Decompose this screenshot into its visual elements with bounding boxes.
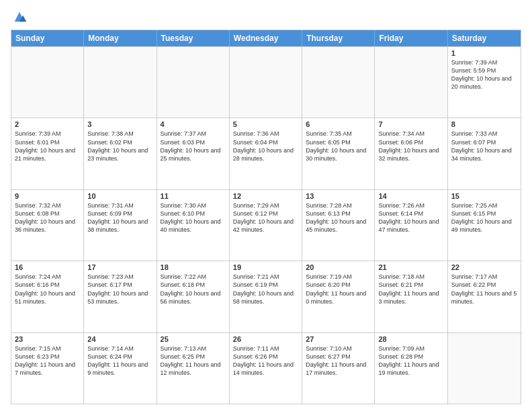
calendar-cell: 15Sunrise: 7:25 AM Sunset: 6:15 PM Dayli…	[448, 190, 521, 261]
weekday-header: Saturday	[448, 30, 521, 46]
calendar-cell	[375, 47, 447, 118]
calendar-row: 2Sunrise: 7:39 AM Sunset: 6:01 PM Daylig…	[11, 118, 521, 189]
day-number: 20	[306, 263, 371, 271]
calendar: SundayMondayTuesdayWednesdayThursdayFrid…	[11, 30, 521, 404]
day-info: Sunrise: 7:37 AM Sunset: 6:03 PM Dayligh…	[161, 130, 226, 163]
day-info: Sunrise: 7:36 AM Sunset: 6:04 PM Dayligh…	[233, 130, 298, 163]
day-info: Sunrise: 7:19 AM Sunset: 6:20 PM Dayligh…	[306, 273, 371, 306]
day-info: Sunrise: 7:26 AM Sunset: 6:14 PM Dayligh…	[378, 201, 443, 234]
day-number: 13	[306, 192, 371, 200]
day-info: Sunrise: 7:38 AM Sunset: 6:02 PM Dayligh…	[87, 130, 152, 163]
day-info: Sunrise: 7:35 AM Sunset: 6:05 PM Dayligh…	[306, 130, 371, 163]
calendar-cell: 10Sunrise: 7:31 AM Sunset: 6:09 PM Dayli…	[84, 190, 157, 261]
day-info: Sunrise: 7:10 AM Sunset: 6:27 PM Dayligh…	[306, 345, 371, 377]
day-info: Sunrise: 7:31 AM Sunset: 6:09 PM Dayligh…	[87, 201, 152, 234]
day-info: Sunrise: 7:24 AM Sunset: 6:16 PM Dayligh…	[15, 273, 80, 306]
day-info: Sunrise: 7:21 AM Sunset: 6:19 PM Dayligh…	[233, 273, 298, 306]
day-number: 18	[161, 263, 226, 271]
day-number: 27	[306, 335, 371, 343]
calendar-cell	[302, 47, 375, 118]
calendar-cell: 11Sunrise: 7:30 AM Sunset: 6:10 PM Dayli…	[157, 190, 230, 261]
day-number: 19	[233, 263, 298, 271]
day-number: 2	[15, 120, 80, 128]
logo	[11, 11, 27, 24]
day-info: Sunrise: 7:32 AM Sunset: 6:08 PM Dayligh…	[15, 201, 80, 234]
calendar-cell: 7Sunrise: 7:34 AM Sunset: 6:06 PM Daylig…	[375, 118, 447, 189]
calendar-cell: 8Sunrise: 7:33 AM Sunset: 6:07 PM Daylig…	[448, 118, 521, 189]
weekday-header: Wednesday	[230, 30, 302, 46]
day-number: 17	[87, 263, 152, 271]
calendar-cell: 26Sunrise: 7:11 AM Sunset: 6:26 PM Dayli…	[230, 333, 302, 404]
calendar-cell: 9Sunrise: 7:32 AM Sunset: 6:08 PM Daylig…	[11, 190, 84, 261]
calendar-cell: 4Sunrise: 7:37 AM Sunset: 6:03 PM Daylig…	[157, 118, 230, 189]
calendar-cell: 16Sunrise: 7:24 AM Sunset: 6:16 PM Dayli…	[11, 261, 84, 332]
day-number: 7	[378, 120, 443, 128]
day-number: 22	[451, 263, 517, 271]
day-info: Sunrise: 7:25 AM Sunset: 6:15 PM Dayligh…	[451, 201, 517, 234]
logo-icon	[12, 9, 27, 24]
day-info: Sunrise: 7:23 AM Sunset: 6:17 PM Dayligh…	[87, 273, 152, 306]
day-number: 26	[233, 335, 298, 343]
calendar-cell: 23Sunrise: 7:15 AM Sunset: 6:23 PM Dayli…	[11, 333, 84, 404]
calendar-cell: 21Sunrise: 7:18 AM Sunset: 6:21 PM Dayli…	[375, 261, 447, 332]
day-info: Sunrise: 7:39 AM Sunset: 5:59 PM Dayligh…	[451, 58, 517, 91]
day-number: 12	[233, 192, 298, 200]
calendar-cell: 6Sunrise: 7:35 AM Sunset: 6:05 PM Daylig…	[302, 118, 375, 189]
calendar-cell: 13Sunrise: 7:28 AM Sunset: 6:13 PM Dayli…	[302, 190, 375, 261]
day-info: Sunrise: 7:13 AM Sunset: 6:25 PM Dayligh…	[161, 345, 226, 377]
calendar-cell: 12Sunrise: 7:29 AM Sunset: 6:12 PM Dayli…	[230, 190, 302, 261]
day-number: 6	[306, 120, 371, 128]
day-info: Sunrise: 7:28 AM Sunset: 6:13 PM Dayligh…	[306, 201, 371, 234]
day-number: 5	[233, 120, 298, 128]
day-number: 1	[451, 49, 517, 57]
calendar-cell: 5Sunrise: 7:36 AM Sunset: 6:04 PM Daylig…	[230, 118, 302, 189]
weekday-header: Thursday	[302, 30, 375, 46]
day-info: Sunrise: 7:17 AM Sunset: 6:22 PM Dayligh…	[451, 273, 517, 306]
calendar-body: 1Sunrise: 7:39 AM Sunset: 5:59 PM Daylig…	[11, 46, 521, 404]
day-number: 3	[87, 120, 152, 128]
day-number: 11	[161, 192, 226, 200]
calendar-cell: 18Sunrise: 7:22 AM Sunset: 6:18 PM Dayli…	[157, 261, 230, 332]
day-info: Sunrise: 7:18 AM Sunset: 6:21 PM Dayligh…	[378, 273, 443, 306]
day-info: Sunrise: 7:30 AM Sunset: 6:10 PM Dayligh…	[161, 201, 226, 234]
day-number: 4	[161, 120, 226, 128]
calendar-cell: 20Sunrise: 7:19 AM Sunset: 6:20 PM Dayli…	[302, 261, 375, 332]
calendar-row: 23Sunrise: 7:15 AM Sunset: 6:23 PM Dayli…	[11, 332, 521, 404]
day-number: 25	[161, 335, 226, 343]
weekday-header: Tuesday	[157, 30, 230, 46]
calendar-cell: 1Sunrise: 7:39 AM Sunset: 5:59 PM Daylig…	[448, 47, 521, 118]
day-number: 23	[15, 335, 80, 343]
calendar-header: SundayMondayTuesdayWednesdayThursdayFrid…	[11, 30, 521, 46]
calendar-cell: 28Sunrise: 7:09 AM Sunset: 6:28 PM Dayli…	[375, 333, 447, 404]
calendar-row: 9Sunrise: 7:32 AM Sunset: 6:08 PM Daylig…	[11, 189, 521, 261]
calendar-cell: 19Sunrise: 7:21 AM Sunset: 6:19 PM Dayli…	[230, 261, 302, 332]
calendar-cell: 25Sunrise: 7:13 AM Sunset: 6:25 PM Dayli…	[157, 333, 230, 404]
day-number: 9	[15, 192, 80, 200]
day-number: 8	[451, 120, 517, 128]
day-info: Sunrise: 7:29 AM Sunset: 6:12 PM Dayligh…	[233, 201, 298, 234]
weekday-header: Friday	[375, 30, 447, 46]
calendar-cell: 14Sunrise: 7:26 AM Sunset: 6:14 PM Dayli…	[375, 190, 447, 261]
day-number: 15	[451, 192, 517, 200]
day-number: 21	[378, 263, 443, 271]
day-number: 16	[15, 263, 80, 271]
day-info: Sunrise: 7:39 AM Sunset: 6:01 PM Dayligh…	[15, 130, 80, 163]
day-info: Sunrise: 7:14 AM Sunset: 6:24 PM Dayligh…	[87, 345, 152, 377]
day-number: 28	[378, 335, 443, 343]
day-info: Sunrise: 7:09 AM Sunset: 6:28 PM Dayligh…	[378, 345, 443, 377]
calendar-cell	[157, 47, 230, 118]
calendar-cell: 17Sunrise: 7:23 AM Sunset: 6:17 PM Dayli…	[84, 261, 157, 332]
day-info: Sunrise: 7:33 AM Sunset: 6:07 PM Dayligh…	[451, 130, 517, 163]
page: SundayMondayTuesdayWednesdayThursdayFrid…	[0, 0, 532, 411]
calendar-cell: 22Sunrise: 7:17 AM Sunset: 6:22 PM Dayli…	[448, 261, 521, 332]
day-number: 24	[87, 335, 152, 343]
day-number: 10	[87, 192, 152, 200]
day-info: Sunrise: 7:34 AM Sunset: 6:06 PM Dayligh…	[378, 130, 443, 163]
day-info: Sunrise: 7:11 AM Sunset: 6:26 PM Dayligh…	[233, 345, 298, 377]
day-info: Sunrise: 7:15 AM Sunset: 6:23 PM Dayligh…	[15, 345, 80, 377]
calendar-cell	[84, 47, 157, 118]
weekday-header: Sunday	[11, 30, 84, 46]
calendar-cell	[448, 333, 521, 404]
day-number: 14	[378, 192, 443, 200]
calendar-cell: 24Sunrise: 7:14 AM Sunset: 6:24 PM Dayli…	[84, 333, 157, 404]
